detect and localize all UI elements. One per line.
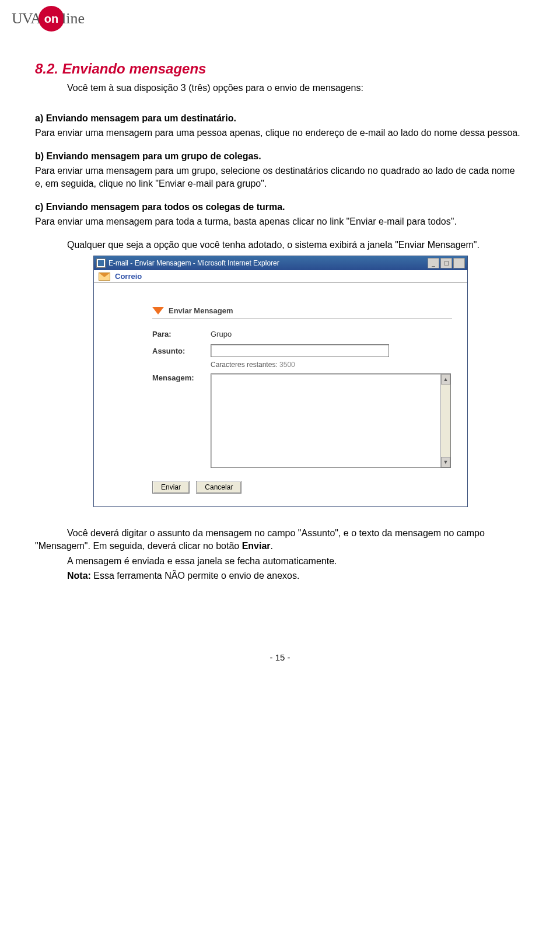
chars-label: Caracteres restantes: (211, 361, 278, 369)
divider (152, 319, 452, 319)
correio-bar: Correio (94, 270, 467, 283)
brand-logo: UVA on line (12, 6, 525, 32)
button-row: Enviar Cancelar (152, 481, 452, 494)
para-value: Grupo (211, 330, 232, 338)
any-option-text: Qualquer que seja a opção que você tenha… (35, 239, 525, 251)
note-label: Nota: (67, 571, 91, 581)
mensagem-row: Mensagem: ▲ ▼ (152, 373, 452, 468)
logo-circle: on (38, 6, 64, 32)
item-a-body: Para enviar uma mensagem para uma pessoa… (35, 127, 525, 139)
minimize-button[interactable]: _ (428, 258, 439, 268)
scroll-down-button[interactable]: ▼ (441, 457, 450, 467)
note-line: Nota: Essa ferramenta NÃO permite o envi… (67, 569, 525, 582)
close-button[interactable] (453, 258, 465, 268)
assunto-row: Assunto: (152, 344, 452, 357)
para-label: Para: (152, 330, 211, 338)
after1-part-b: Enviar (242, 541, 271, 551)
textarea-scrollbar[interactable]: ▲ ▼ (440, 374, 450, 467)
cancelar-button[interactable]: Cancelar (196, 481, 242, 494)
section-intro: Você tem à sua disposição 3 (três) opçõe… (67, 82, 525, 95)
mensagem-label: Mensagem: (152, 373, 211, 382)
correio-label: Correio (115, 272, 142, 281)
logo-line-text: line (62, 10, 85, 27)
ie-window: E-mail - Enviar Mensagem - Microsoft Int… (93, 256, 468, 507)
chars-remaining: Caracteres restantes: 3500 (211, 361, 452, 369)
after-text-2: A mensagem é enviada e essa janela se fe… (67, 555, 525, 568)
after1-part-c: . (271, 541, 273, 551)
window-control-buttons: _ ☐ (428, 258, 465, 268)
assunto-input[interactable] (211, 344, 389, 357)
logo-on-text: on (44, 12, 58, 26)
scroll-up-button[interactable]: ▲ (441, 374, 450, 385)
section-title: 8.2. Enviando mensagens (35, 61, 525, 77)
mail-icon (99, 272, 110, 281)
logo-uva-text: UVA (12, 10, 41, 27)
item-c-heading: c) Enviando mensagem para todos os coleg… (35, 201, 525, 214)
send-message-form: Enviar Mensagem Para: Grupo Assunto: Car… (94, 283, 467, 506)
ie-window-title: E-mail - Enviar Mensagem - Microsoft Int… (108, 259, 425, 267)
item-a-heading: a) Enviando mensagem para um destinatári… (35, 112, 525, 125)
ie-titlebar: E-mail - Enviar Mensagem - Microsoft Int… (94, 256, 467, 270)
triangle-down-icon (152, 307, 164, 315)
form-title: Enviar Mensagem (169, 306, 233, 315)
item-b-body: Para enviar uma mensagem para um grupo, … (35, 165, 525, 190)
maximize-button[interactable]: ☐ (440, 258, 452, 268)
chars-value: 3500 (279, 361, 295, 369)
form-heading: Enviar Mensagem (152, 306, 452, 315)
enviar-button[interactable]: Enviar (152, 481, 190, 494)
page-number: - 15 - (35, 652, 525, 662)
ie-app-icon (96, 258, 106, 268)
item-c-body: Para enviar uma mensagem para toda a tur… (35, 215, 525, 228)
note-body: Essa ferramenta NÃO permite o envio de a… (91, 571, 300, 581)
after-text-1: Você deverá digitar o assunto da mensage… (35, 527, 525, 552)
item-b-heading: b) Enviando mensagem para um grupo de co… (35, 150, 525, 163)
mensagem-textarea[interactable]: ▲ ▼ (211, 373, 451, 468)
assunto-label: Assunto: (152, 347, 211, 355)
para-row: Para: Grupo (152, 330, 452, 338)
